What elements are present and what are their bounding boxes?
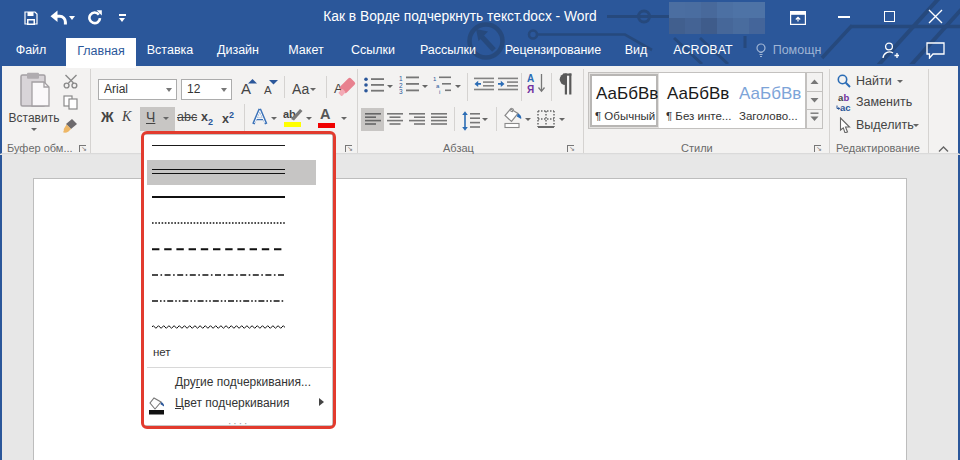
svg-text:Я: Я: [527, 84, 534, 95]
svg-text:i: i: [439, 89, 440, 94]
svg-text:3: 3: [399, 88, 403, 94]
svg-text:ac: ac: [840, 102, 851, 113]
svg-text:1: 1: [433, 76, 437, 82]
svg-text:а: а: [436, 83, 440, 89]
svg-text:А: А: [527, 73, 534, 84]
